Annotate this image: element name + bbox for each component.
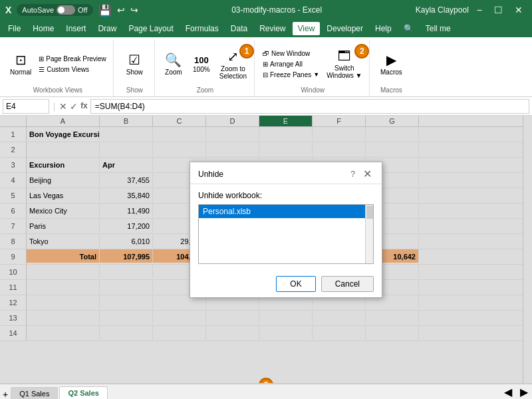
menu-review[interactable]: Review [254, 22, 291, 35]
add-sheet-button[interactable]: + [3, 389, 8, 399]
zoom-selection-label: Zoom toSelection [219, 65, 247, 80]
title-bar-right: Kayla Claypool − ☐ ✕ [416, 3, 527, 17]
ribbon-macros-button[interactable]: ▶ Macros [377, 50, 406, 78]
show-label-group: Show [126, 86, 143, 95]
window-group-label: Window [301, 86, 325, 95]
dialog-footer: OK Cancel [190, 271, 382, 297]
save-icon[interactable]: 💾 [98, 4, 112, 17]
zoom100-icon: 100 [194, 55, 209, 65]
cell-reference-input[interactable] [3, 99, 49, 114]
tell-me[interactable]: Tell me [420, 22, 456, 35]
ribbon-group-zoom: 🔍 Zoom 100 100% ⤢ Zoom toSelection 1 Zoo… [156, 40, 255, 96]
ribbon-group-show: ☑ Show Show [115, 40, 155, 96]
listbox-scrollbar[interactable] [365, 205, 373, 263]
ribbon-zoom-row: 🔍 Zoom 100 100% ⤢ Zoom toSelection 1 [160, 41, 250, 86]
close-button[interactable]: ✕ [511, 3, 527, 17]
ribbon-zoom-selection-button[interactable]: ⤢ Zoom toSelection 1 [216, 47, 250, 82]
undo-icon[interactable]: ↩ [117, 5, 125, 15]
ribbon-freeze-panes-button[interactable]: ⊟ Freeze Panes ▼ [260, 70, 322, 80]
menu-page-layout[interactable]: Page Layout [123, 22, 178, 35]
ribbon-zoom100-button[interactable]: 100 100% [188, 53, 215, 75]
ribbon-group-window: 🗗 New Window ⊞ Arrange All ⊟ Freeze Pane… [256, 40, 370, 96]
formula-input[interactable] [90, 99, 529, 114]
ribbon-page-break-button[interactable]: ⊞ Page Break Preview [36, 54, 109, 64]
maximize-button[interactable]: ☐ [490, 3, 507, 17]
macros-label: Macros [380, 68, 402, 76]
ribbon-group-workbook-views: ⊡ Normal ⊞ Page Break Preview ☰ Custom V… [3, 40, 114, 96]
search-icon[interactable]: 🔍 [398, 22, 419, 35]
ribbon-arrange-all-button[interactable]: ⊞ Arrange All [260, 59, 322, 69]
unhide-dialog: Unhide ? ✕ Unhide workbook: Personal.xls… [190, 162, 382, 298]
insert-function-icon[interactable]: fx [80, 101, 88, 112]
custom-views-label: Custom Views [47, 66, 89, 73]
ribbon-show-button[interactable]: ☑ Show [121, 50, 148, 78]
title-bar-left: X AutoSave Off 💾 ↩ ↪ [5, 4, 138, 17]
autosave-toggle[interactable]: AutoSave Off [17, 4, 92, 16]
ribbon: ⊡ Normal ⊞ Page Break Preview ☰ Custom V… [0, 37, 532, 97]
normal-label: Normal [10, 68, 31, 76]
ribbon-normal-button[interactable]: ⊡ Normal [7, 50, 35, 78]
callout-3: 3 [259, 378, 273, 383]
zoom-glass-icon: 🔍 [165, 52, 182, 68]
dialog-close-button[interactable]: ✕ [360, 168, 374, 181]
macros-group-label: Macros [380, 86, 402, 95]
menu-file[interactable]: File [3, 22, 26, 35]
formula-icons: ✕ ✓ fx [59, 101, 88, 112]
excel-logo-icon: X [5, 5, 11, 15]
macros-icon: ▶ [386, 52, 396, 68]
formula-bar: | ✕ ✓ fx [0, 97, 532, 116]
dialog-listbox-label: Unhide workbook: [198, 191, 374, 200]
redo-icon[interactable]: ↪ [130, 5, 138, 15]
ribbon-show-row: ☑ Show [121, 41, 148, 86]
show-label: Show [126, 68, 143, 76]
ribbon-window-col: 🗗 New Window ⊞ Arrange All ⊟ Freeze Pane… [260, 49, 322, 80]
sheet-tab-q2[interactable]: Q2 Sales [59, 386, 107, 399]
freeze-panes-icon: ⊟ [263, 71, 268, 78]
ribbon-new-window-button[interactable]: 🗗 New Window [260, 49, 322, 59]
unhide-listbox[interactable]: Personal.xlsb [198, 204, 374, 264]
menu-home[interactable]: Home [27, 22, 59, 35]
menu-help[interactable]: Help [370, 22, 397, 35]
menu-data[interactable]: Data [225, 22, 253, 35]
new-window-label: New Window [271, 50, 310, 57]
minimize-button[interactable]: − [473, 3, 486, 17]
autosave-toggle-switch[interactable] [57, 5, 75, 15]
ribbon-zoom-button[interactable]: 🔍 Zoom [160, 50, 187, 78]
ribbon-switch-windows-button[interactable]: 🗔 SwitchWindows ▼ 2 [323, 47, 365, 81]
workbook-views-label: Workbook Views [33, 86, 82, 95]
page-break-icon: ⊞ [39, 55, 44, 63]
callout-1: 1 [239, 44, 254, 59]
menu-view[interactable]: View [293, 22, 321, 35]
title-bar: X AutoSave Off 💾 ↩ ↪ 03-modify-macros - … [0, 0, 532, 20]
menu-bar: File Home Insert Draw Page Layout Formul… [0, 20, 532, 37]
ribbon-views-col: ⊞ Page Break Preview ☰ Custom Views [36, 54, 109, 74]
sheet-tabs: + Q1 Sales Q2 Sales ◀ ▶ [0, 384, 532, 399]
list-item[interactable]: Personal.xlsb [199, 205, 373, 218]
dialog-ok-button[interactable]: OK [276, 276, 315, 292]
formula-bar-divider: | [53, 102, 55, 111]
dialog-cancel-button[interactable]: Cancel [321, 276, 374, 292]
new-window-icon: 🗗 [263, 50, 269, 57]
menu-insert[interactable]: Insert [61, 22, 91, 35]
dialog-title: Unhide [198, 170, 223, 179]
ribbon-custom-views-button[interactable]: ☰ Custom Views [36, 65, 109, 74]
confirm-formula-icon[interactable]: ✓ [70, 101, 78, 112]
freeze-dropdown-icon: ▼ [313, 71, 319, 78]
scroll-tabs-left-icon[interactable]: ◀ [500, 384, 516, 399]
scroll-tabs-right-icon[interactable]: ▶ [516, 384, 532, 399]
sheet-tab-q1[interactable]: Q1 Sales [11, 387, 58, 399]
menu-draw[interactable]: Draw [92, 22, 122, 35]
menu-formulas[interactable]: Formulas [180, 22, 224, 35]
show-icon: ☑ [128, 52, 140, 68]
page-break-label: Page Break Preview [46, 55, 106, 63]
switch-windows-label: SwitchWindows ▼ [327, 65, 362, 79]
dialog-question-icon[interactable]: ? [350, 170, 355, 179]
ribbon-group-macros: ▶ Macros Macros [371, 40, 411, 96]
autosave-label: AutoSave [22, 6, 54, 14]
window-title: 03-modify-macros - Excel [138, 5, 416, 15]
ribbon-views-row: ⊡ Normal ⊞ Page Break Preview ☰ Custom V… [7, 41, 109, 86]
cancel-formula-icon[interactable]: ✕ [59, 101, 67, 112]
menu-developer[interactable]: Developer [321, 22, 368, 35]
freeze-panes-label: Freeze Panes [270, 71, 311, 78]
normal-icon: ⊡ [15, 52, 27, 68]
